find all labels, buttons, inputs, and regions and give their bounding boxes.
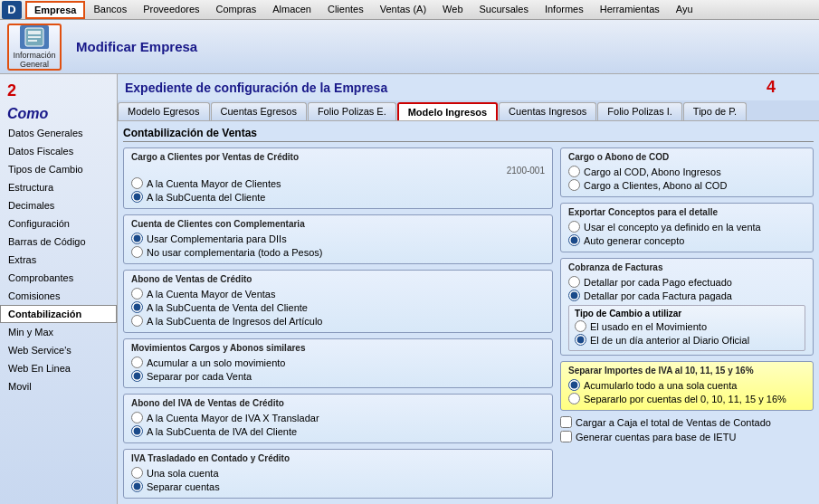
group-exportar: Exportar Conceptos para el detalle Usar … bbox=[560, 203, 814, 252]
radio-no-complementaria[interactable]: No usar complementaria (todo a Pesos) bbox=[131, 246, 545, 258]
info-general-label: Información General bbox=[13, 51, 55, 69]
sidebar-item-decimales[interactable]: Decimales bbox=[0, 196, 117, 214]
menu-item-almacen[interactable]: Almacen bbox=[264, 1, 319, 19]
sidebar-item-datos-fiscales[interactable]: Datos Fiscales bbox=[0, 142, 117, 160]
group-iva-trasladado-title: IVA Trasladado en Contado y Crédito bbox=[131, 453, 545, 463]
menu-item-compras[interactable]: Compras bbox=[208, 1, 265, 19]
radio-cuenta-mayor-iva[interactable]: A la Cuenta Mayor de IVA X Transladar bbox=[131, 412, 545, 423]
group-cobranza: Cobranza de Facturas Detallar por cada P… bbox=[560, 258, 814, 356]
group-cargo-clientes-title: Cargo a Clientes por Ventas de Crédito bbox=[131, 152, 545, 162]
info-general-button[interactable]: Información General bbox=[7, 24, 62, 71]
section-title: Contabilización de Ventas bbox=[123, 127, 814, 142]
group-abono-ventas-title: Abono de Ventas de Crédito bbox=[131, 274, 545, 284]
radio-pago-efectuado[interactable]: Detallar por cada Pago efectuado bbox=[568, 276, 805, 288]
sidebar-item-datos-generales[interactable]: Datos Generales bbox=[0, 124, 117, 142]
svg-rect-1 bbox=[28, 31, 41, 34]
radio-subcuenta-cliente[interactable]: A la SubCuenta del Cliente bbox=[131, 191, 545, 203]
main-area: 2 Como Datos GeneralesDatos FiscalesTipo… bbox=[0, 74, 819, 504]
sidebar: 2 Como Datos GeneralesDatos FiscalesTipo… bbox=[0, 74, 118, 504]
checkbox-ietu[interactable]: Generar cuentas para base de IETU bbox=[560, 431, 814, 442]
group-cobranza-title: Cobranza de Facturas bbox=[568, 262, 805, 272]
tipo-cambio-title: Tipo de Cambio a utilizar bbox=[575, 309, 799, 319]
radio-factura-pagada[interactable]: Detallar por cada Factura pagada bbox=[568, 290, 805, 301]
menu-bar: D EmpresaBancosProveedoresComprasAlmacen… bbox=[0, 0, 819, 20]
sidebar-item-configuración[interactable]: Configuración bbox=[0, 214, 117, 233]
toolbar: Información General Modificar Empresa bbox=[0, 20, 819, 74]
group-separar-iva-title: Separar Importes de IVA al 10, 11, 15 y … bbox=[568, 366, 805, 376]
sidebar-item-web-en-linea[interactable]: Web En Linea bbox=[0, 359, 117, 377]
radio-cuenta-mayor-ventas[interactable]: A la Cuenta Mayor de Ventas bbox=[131, 288, 545, 300]
tab-cuentas-egresos[interactable]: Cuentas Egresos bbox=[211, 102, 307, 120]
expediente-title: Expediente de configuración de la Empres… bbox=[125, 81, 387, 95]
toolbar-title: Modificar Empresa bbox=[76, 39, 197, 54]
menu-item-bancos[interactable]: Bancos bbox=[85, 1, 135, 19]
tab-folio-polizas-e.[interactable]: Folio Polizas E. bbox=[308, 102, 396, 120]
tab-cuentas-ingresos[interactable]: Cuentas Ingresos bbox=[499, 102, 596, 120]
radio-concepto-venta[interactable]: Usar el concepto ya definido en la venta bbox=[568, 221, 805, 233]
group-abono-iva-title: Abono del IVA de Ventas de Crédito bbox=[131, 398, 545, 408]
group-cod: Cargo o Abono de COD Cargo al COD, Abono… bbox=[560, 147, 814, 197]
group-separar-iva: Separar Importes de IVA al 10, 11, 15 y … bbox=[560, 361, 814, 411]
radio-acumular-cuenta[interactable]: Acumularlo todo a una sola cuenta bbox=[568, 379, 805, 391]
menu-item-clientes[interactable]: Clientes bbox=[319, 1, 372, 19]
sidebar-item-barras-de-código[interactable]: Barras de Código bbox=[0, 233, 117, 251]
group-movimientos-title: Movimientos Cargos y Abonos similares bbox=[131, 343, 545, 353]
group-exportar-title: Exportar Conceptos para el detalle bbox=[568, 207, 805, 217]
sidebar-item-comisiones[interactable]: Comisiones bbox=[0, 287, 117, 305]
left-column: Cargo a Clientes por Ventas de Crédito 2… bbox=[123, 147, 553, 504]
radio-dia-anterior[interactable]: El de un día anterior al Diario Oficial bbox=[575, 334, 799, 346]
radio-cargo-cod[interactable]: Cargo al COD, Abono Ingresos bbox=[568, 166, 805, 177]
tab-folio-polizas-i.[interactable]: Folio Polizas I. bbox=[597, 102, 682, 120]
group-abono-ventas: Abono de Ventas de Crédito A la Cuenta M… bbox=[123, 270, 553, 333]
radio-separar-cuentas[interactable]: Separar cuentas bbox=[131, 480, 545, 492]
radio-subcuenta-ingresos-articulo[interactable]: A la SubCuenta de Ingresos del Artículo bbox=[131, 315, 545, 327]
radio-separar-cuentas-pct[interactable]: Separarlo por cuentas del 0, 10, 11, 15 … bbox=[568, 393, 805, 404]
group-cargo-clientes: Cargo a Clientes por Ventas de Crédito 2… bbox=[123, 147, 553, 209]
menu-item-herramientas[interactable]: Herramientas bbox=[592, 1, 668, 19]
radio-usado-movimiento[interactable]: El usado en el Movimiento bbox=[575, 320, 799, 332]
menu-item-informes[interactable]: Informes bbox=[537, 1, 592, 19]
info-general-icon bbox=[20, 25, 49, 49]
radio-subcuenta-venta-cliente[interactable]: A la SubCuenta de Venta del Cliente bbox=[131, 301, 545, 313]
svg-rect-2 bbox=[28, 36, 41, 38]
group-abono-iva: Abono del IVA de Ventas de Crédito A la … bbox=[123, 394, 553, 443]
panel: Contabilización de Ventas Cargo a Client… bbox=[118, 121, 819, 504]
radio-cuenta-mayor[interactable]: A la Cuenta Mayor de Clientes bbox=[131, 177, 545, 189]
right-column: Cargo o Abono de COD Cargo al COD, Abono… bbox=[560, 147, 814, 504]
sidebar-item-movil[interactable]: Movil bbox=[0, 377, 117, 395]
sidebar-item-estructura[interactable]: Estructura bbox=[0, 178, 117, 196]
radio-cargo-clientes-cod[interactable]: Cargo a Clientes, Abono al COD bbox=[568, 179, 805, 191]
menu-item-ayu[interactable]: Ayu bbox=[668, 1, 701, 19]
sidebar-item-min-y-max[interactable]: Min y Max bbox=[0, 323, 117, 341]
menu-item-ventas-(a)[interactable]: Ventas (A) bbox=[372, 1, 434, 19]
sidebar-item-extras[interactable]: Extras bbox=[0, 251, 117, 269]
radio-subcuenta-iva-cliente[interactable]: A la SubCuenta de IVA del Cliente bbox=[131, 425, 545, 437]
tab-modelo-egresos[interactable]: Modelo Egresos bbox=[118, 102, 210, 120]
menu-item-sucursales[interactable]: Sucursales bbox=[471, 1, 537, 19]
account-number: 2100-001 bbox=[131, 166, 545, 176]
sidebar-item-tipos-de-cambio[interactable]: Tipos de Cambio bbox=[0, 160, 117, 178]
sidebar-number-2: 2 bbox=[0, 78, 117, 104]
header-number: 4 bbox=[767, 78, 776, 97]
svg-rect-3 bbox=[28, 40, 37, 42]
menu-item-empresa[interactable]: Empresa bbox=[25, 1, 85, 19]
group-cod-title: Cargo o Abono de COD bbox=[568, 152, 805, 162]
menu-item-web[interactable]: Web bbox=[434, 1, 471, 19]
tab-tipo-de-p.[interactable]: Tipo de P. bbox=[683, 102, 747, 120]
checkbox-caja-ventas[interactable]: Cargar a Caja el total de Ventas de Cont… bbox=[560, 416, 814, 428]
tabs-row: Modelo EgresosCuentas EgresosFolio Poliz… bbox=[118, 100, 819, 121]
content-area: Expediente de configuración de la Empres… bbox=[118, 74, 819, 504]
sidebar-item-web-service's[interactable]: Web Service's bbox=[0, 341, 117, 359]
sidebar-item-contabilización[interactable]: Contabilización bbox=[0, 305, 117, 323]
radio-acumular-movimiento[interactable]: Acumular a un solo movimiento bbox=[131, 357, 545, 368]
radio-auto-concepto[interactable]: Auto generar concepto bbox=[568, 234, 805, 246]
radio-una-sola-cuenta[interactable]: Una sola cuenta bbox=[131, 467, 545, 479]
sidebar-item-comprobantes[interactable]: Comprobantes bbox=[0, 269, 117, 287]
radio-separar-venta[interactable]: Separar por cada Venta bbox=[131, 370, 545, 382]
group-iva-trasladado: IVA Trasladado en Contado y Crédito Una … bbox=[123, 449, 553, 499]
app-logo[interactable]: D bbox=[2, 1, 22, 19]
tab-modelo-ingresos[interactable]: Modelo Ingresos bbox=[397, 102, 498, 120]
two-col-layout: Cargo a Clientes por Ventas de Crédito 2… bbox=[123, 147, 814, 504]
menu-item-proveedores[interactable]: Proveedores bbox=[135, 1, 207, 19]
radio-usar-complementaria[interactable]: Usar Complementaria para DIIs bbox=[131, 233, 545, 244]
